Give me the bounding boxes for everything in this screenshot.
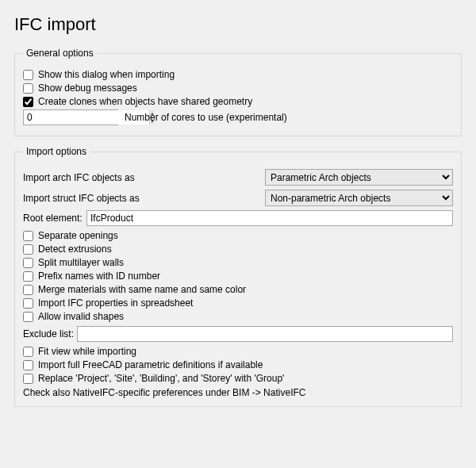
- root-element-input[interactable]: [86, 210, 453, 226]
- allow-invalid-checkbox[interactable]: [23, 312, 33, 322]
- create-clones-label: Create clones when objects have shared g…: [38, 96, 252, 107]
- separate-openings-label: Separate openings: [38, 230, 118, 241]
- general-options-group: General options Show this dialog when im…: [14, 48, 462, 136]
- fit-view-checkbox[interactable]: [23, 347, 33, 357]
- page-title: IFC import: [14, 14, 462, 35]
- detect-extrusions-checkbox[interactable]: [23, 244, 33, 255]
- replace-group-label: Replace 'Project', 'Site', 'Building', a…: [38, 373, 284, 384]
- separate-openings-checkbox[interactable]: [23, 231, 33, 241]
- cores-spinbox[interactable]: ▲ ▼: [23, 109, 118, 125]
- prefix-names-checkbox[interactable]: [23, 271, 33, 282]
- prefix-names-label: Prefix names with ID number: [38, 270, 160, 282]
- arch-objects-select[interactable]: Parametric Arch objects: [265, 169, 453, 186]
- show-debug-label: Show debug messages: [38, 82, 137, 94]
- import-options-group: Import options Import arch IFC objects a…: [14, 146, 462, 407]
- split-walls-label: Split multilayer walls: [38, 257, 124, 268]
- exclude-list-input[interactable]: [77, 326, 453, 342]
- import-props-checkbox[interactable]: [23, 298, 33, 309]
- import-legend: Import options: [23, 146, 90, 157]
- struct-objects-select[interactable]: Non-parametric Arch objects: [265, 190, 453, 206]
- split-walls-checkbox[interactable]: [23, 258, 33, 268]
- replace-group-checkbox[interactable]: [23, 374, 33, 384]
- import-full-label: Import full FreeCAD parametric definitio…: [38, 359, 263, 370]
- fit-view-label: Fit view while importing: [38, 346, 136, 357]
- show-dialog-checkbox[interactable]: [23, 70, 33, 80]
- import-props-label: Import IFC properties in spreadsheet: [38, 297, 193, 309]
- cores-label: Number of cores to use (experimental): [125, 112, 287, 123]
- detect-extrusions-label: Detect extrusions: [38, 244, 112, 255]
- import-full-checkbox[interactable]: [23, 360, 33, 370]
- show-debug-checkbox[interactable]: [23, 83, 33, 94]
- root-element-label: Root element:: [23, 213, 86, 224]
- struct-objects-label: Import struct IFC objects as: [23, 193, 265, 204]
- show-dialog-label: Show this dialog when importing: [38, 69, 175, 80]
- merge-materials-checkbox[interactable]: [23, 285, 33, 295]
- general-legend: General options: [23, 48, 97, 59]
- allow-invalid-label: Allow invalid shapes: [38, 311, 124, 322]
- exclude-list-label: Exclude list:: [23, 328, 77, 339]
- arch-objects-label: Import arch IFC objects as: [23, 172, 265, 183]
- nativeifc-note: Check also NativeIFC-specific preference…: [23, 387, 453, 398]
- merge-materials-label: Merge materials with same name and same …: [38, 284, 246, 295]
- create-clones-checkbox[interactable]: [23, 97, 33, 107]
